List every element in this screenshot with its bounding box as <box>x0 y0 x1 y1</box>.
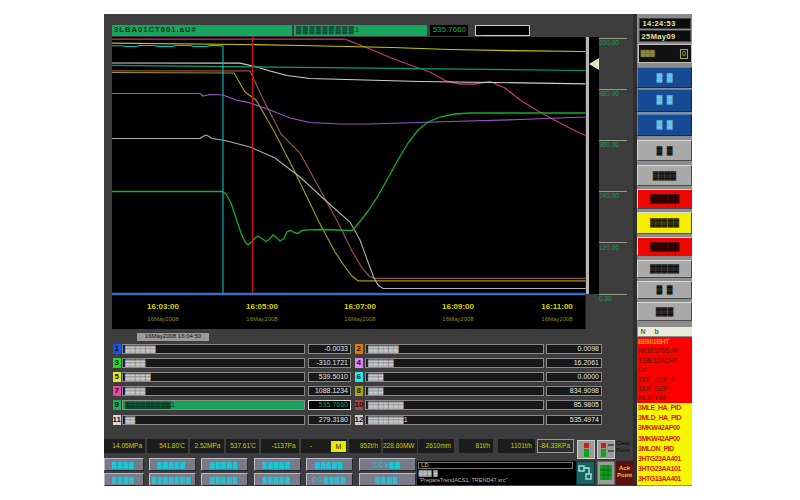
svg-text:16:03:00: 16:03:00 <box>147 302 180 311</box>
svg-text:16May2008: 16May2008 <box>442 316 474 322</box>
svg-text:16:05:00: 16:05:00 <box>246 302 279 311</box>
svg-text:16May2008: 16May2008 <box>541 316 573 322</box>
svg-text:16May2008: 16May2008 <box>147 316 179 322</box>
svg-text:16:07:00: 16:07:00 <box>344 302 377 311</box>
svg-text:16:09:00: 16:09:00 <box>442 302 475 311</box>
svg-text:16May2008: 16May2008 <box>246 316 278 322</box>
svg-text:16May2008: 16May2008 <box>344 316 376 322</box>
svg-text:16:11:00: 16:11:00 <box>541 302 573 311</box>
